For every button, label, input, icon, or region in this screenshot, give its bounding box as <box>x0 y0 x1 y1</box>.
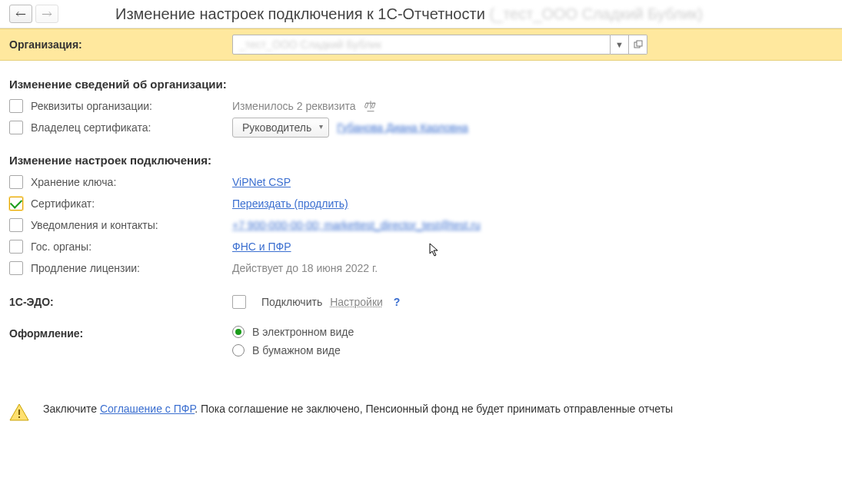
page-title: Изменение настроек подключения к 1С-Отче… <box>115 5 703 23</box>
organization-dropdown-button[interactable]: ▼ <box>611 35 629 55</box>
section-org-info-heading: Изменение сведений об организации: <box>9 78 833 91</box>
notifications-value: +7 900-000-00-00; markettest_director_te… <box>232 219 481 231</box>
checkbox-gov[interactable] <box>9 240 23 254</box>
checkbox-license[interactable] <box>9 261 23 275</box>
cert-owner-name: Губанова Диана Карловна <box>337 121 468 134</box>
page-title-suffix: (_тест_ООО Сладкий Бублик) <box>489 5 703 22</box>
row-format: Оформление: В электронном виде В бумажно… <box>9 325 833 357</box>
label-edo: 1С-ЭДО: <box>9 296 54 308</box>
edo-settings-link[interactable]: Настройки <box>330 296 383 308</box>
svg-rect-1 <box>637 41 642 46</box>
organization-label: Организация: <box>9 38 232 51</box>
cert-owner-dropdown[interactable]: Руководитель <box>232 118 329 138</box>
warning-box: Заключите Соглашение с ПФР. Пока соглаше… <box>0 394 842 437</box>
nav-back-button[interactable]: 🡐 <box>9 5 32 23</box>
radio-electronic[interactable] <box>232 326 245 338</box>
radio-paper[interactable] <box>232 344 245 356</box>
scales-icon <box>364 99 378 113</box>
section-conn-heading: Изменение настроек подключения: <box>9 154 833 167</box>
checkbox-certificate[interactable] <box>9 197 23 211</box>
row-notifications: Уведомления и контакты: +7 900-000-00-00… <box>9 214 833 236</box>
key-storage-link[interactable]: ViPNet CSP <box>232 176 291 188</box>
label-gov: Гос. органы: <box>31 240 92 253</box>
label-notifications: Уведомления и контакты: <box>31 219 158 231</box>
gov-link[interactable]: ФНС и ПФР <box>232 240 291 253</box>
row-gov: Гос. органы: ФНС и ПФР <box>9 236 833 257</box>
organization-field[interactable]: _тест_ООО Сладкий Бублик <box>232 35 611 55</box>
warning-prefix: Заключите <box>43 403 100 415</box>
row-key-storage: Хранение ключа: ViPNet CSP <box>9 171 833 193</box>
warning-suffix: . Пока соглашение не заключено, Пенсионн… <box>195 403 673 415</box>
svg-rect-2 <box>18 410 20 415</box>
label-license: Продление лицензии: <box>31 262 140 274</box>
warning-link[interactable]: Соглашение с ПФР <box>100 403 195 415</box>
label-key-storage: Хранение ключа: <box>31 176 116 188</box>
label-requisites: Реквизиты организации: <box>31 100 152 112</box>
checkbox-edo-connect[interactable] <box>232 295 246 309</box>
label-electronic: В электронном виде <box>252 326 354 338</box>
form-content: Изменение сведений об организации: Рекви… <box>0 61 842 363</box>
open-external-icon <box>634 40 643 49</box>
checkbox-cert-owner[interactable] <box>9 121 23 134</box>
label-cert-owner: Владелец сертификата: <box>31 121 151 134</box>
organization-value: _тест_ООО Сладкий Бублик <box>239 38 381 51</box>
checkbox-key-storage[interactable] <box>9 175 23 189</box>
cert-owner-dropdown-label: Руководитель <box>242 121 311 134</box>
label-paper: В бумажном виде <box>252 344 341 356</box>
format-option-electronic[interactable]: В электронном виде <box>232 326 354 338</box>
warning-icon <box>9 403 29 422</box>
row-requisites: Реквизиты организации: Изменилось 2 рекв… <box>9 95 833 117</box>
format-option-paper[interactable]: В бумажном виде <box>232 344 341 356</box>
checkbox-notifications[interactable] <box>9 218 23 232</box>
organization-open-button[interactable] <box>629 35 647 55</box>
edo-help-icon[interactable]: ? <box>391 296 404 308</box>
row-cert-owner: Владелец сертификата: Руководитель Губан… <box>9 117 833 138</box>
toolbar: 🡐 🡒 Изменение настроек подключения к 1С-… <box>0 0 842 28</box>
svg-rect-3 <box>18 416 20 418</box>
row-edo: 1С-ЭДО: Подключить Настройки ? <box>9 291 833 313</box>
warning-text: Заключите Соглашение с ПФР. Пока соглаше… <box>43 402 673 416</box>
license-info: Действует до 18 июня 2022 г. <box>232 262 378 274</box>
requisites-info: Изменилось 2 реквизита <box>232 100 356 112</box>
edo-connect-label: Подключить <box>261 296 322 308</box>
nav-forward-button: 🡒 <box>35 5 58 23</box>
checkbox-requisites[interactable] <box>9 99 23 113</box>
certificate-link[interactable]: Переиздать (продлить) <box>232 197 348 210</box>
row-certificate: Сертификат: Переиздать (продлить) <box>9 193 833 214</box>
label-certificate: Сертификат: <box>31 197 95 210</box>
page-title-text: Изменение настроек подключения к 1С-Отче… <box>115 5 485 22</box>
row-license: Продление лицензии: Действует до 18 июня… <box>9 257 833 279</box>
organization-bar: Организация: _тест_ООО Сладкий Бублик ▼ <box>0 28 842 61</box>
organization-selector: _тест_ООО Сладкий Бублик ▼ <box>232 35 647 55</box>
label-format: Оформление: <box>9 327 83 340</box>
